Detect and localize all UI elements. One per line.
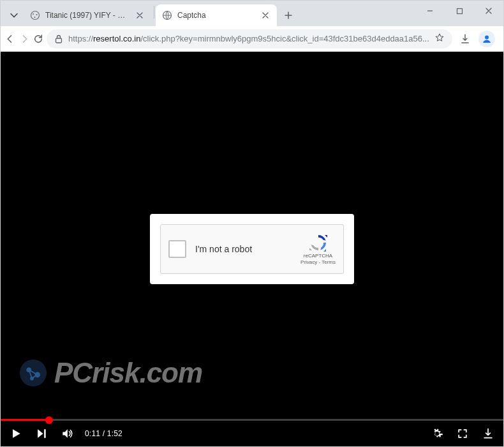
fullscreen-button[interactable] xyxy=(455,426,470,441)
recaptcha-logo-icon xyxy=(308,232,329,253)
download-icon xyxy=(482,427,494,440)
recaptcha-privacy-terms[interactable]: Privacy - Terms xyxy=(300,259,336,266)
avatar-icon xyxy=(478,31,495,47)
svg-point-16 xyxy=(34,372,40,378)
next-button[interactable] xyxy=(34,426,49,441)
watermark-text: PCrisk.com xyxy=(54,357,202,389)
star-icon xyxy=(434,33,445,43)
tab-titanic[interactable]: Titanic (1997) YIFY - Download xyxy=(24,4,151,26)
play-button[interactable] xyxy=(8,426,24,441)
page-content: I'm not a robot reCAPTCHA Privacy - Term… xyxy=(1,52,503,446)
video-control-bar: 0:11 / 1:52 xyxy=(1,421,503,446)
tab-title: Titanic (1997) YIFY - Download xyxy=(45,11,130,20)
reload-icon xyxy=(33,33,44,45)
svg-point-1 xyxy=(33,13,34,15)
download-video-button[interactable] xyxy=(480,426,496,441)
svg-marker-12 xyxy=(323,249,326,252)
volume-button[interactable] xyxy=(59,426,75,441)
settings-button[interactable] xyxy=(429,426,445,441)
favicon-globe-dots-icon xyxy=(30,10,40,20)
tab-close-button[interactable] xyxy=(135,10,145,20)
tab-captcha[interactable]: Captcha xyxy=(156,4,277,26)
window-minimize-button[interactable] xyxy=(415,1,445,21)
svg-point-15 xyxy=(26,367,31,372)
nav-forward-button[interactable] xyxy=(19,29,30,49)
toolbar-right xyxy=(455,29,504,49)
profile-button[interactable] xyxy=(477,29,497,49)
close-icon xyxy=(137,12,143,19)
svg-point-17 xyxy=(30,377,34,381)
tab-separator xyxy=(154,6,154,19)
svg-marker-13 xyxy=(309,248,312,250)
video-time: 0:11 / 1:52 xyxy=(85,429,122,438)
gear-icon xyxy=(431,427,443,440)
url-text: https://resertol.co.in/click.php?key=mir… xyxy=(68,34,429,43)
volume-icon xyxy=(61,427,73,440)
arrow-right-icon xyxy=(19,33,30,45)
svg-point-7 xyxy=(485,35,489,39)
address-bar[interactable]: https://resertol.co.in/click.php?key=mir… xyxy=(47,29,452,49)
chevron-down-icon xyxy=(10,11,18,19)
window-controls xyxy=(415,1,503,26)
downloads-button[interactable] xyxy=(455,29,475,49)
recaptcha-brand-text: reCAPTCHA xyxy=(304,253,332,259)
kebab-menu-button[interactable] xyxy=(498,29,504,49)
toolbar: https://resertol.co.in/click.php?key=mir… xyxy=(1,26,503,52)
recaptcha-label: I'm not a robot xyxy=(195,244,292,254)
nav-reload-button[interactable] xyxy=(33,29,44,49)
svg-rect-5 xyxy=(457,8,462,13)
svg-point-3 xyxy=(34,17,36,18)
window-close-button[interactable] xyxy=(474,1,503,21)
next-icon xyxy=(35,427,48,440)
tab-close-button[interactable] xyxy=(260,10,271,20)
close-icon xyxy=(485,7,493,15)
captcha-card: I'm not a robot reCAPTCHA Privacy - Term… xyxy=(150,214,354,284)
video-time-duration: 1:52 xyxy=(107,429,122,438)
fullscreen-icon xyxy=(456,427,469,440)
video-time-current: 0:11 xyxy=(85,429,100,438)
recaptcha-checkbox[interactable] xyxy=(168,240,186,258)
svg-rect-6 xyxy=(56,38,62,43)
bookmark-button[interactable] xyxy=(434,33,445,45)
watermark: PCrisk.com xyxy=(19,357,202,389)
tab-title: Captcha xyxy=(177,11,255,20)
minimize-icon xyxy=(426,7,434,15)
arrow-left-icon xyxy=(4,33,16,45)
svg-point-0 xyxy=(31,11,40,20)
watermark-shield-icon xyxy=(19,358,48,388)
download-icon xyxy=(459,33,471,45)
nav-back-button[interactable] xyxy=(4,29,16,49)
close-icon xyxy=(262,12,269,19)
play-icon xyxy=(10,427,22,440)
plus-icon xyxy=(285,11,292,19)
favicon-globe-icon xyxy=(162,10,172,20)
tab-strip: Titanic (1997) YIFY - Download Captcha xyxy=(1,1,503,26)
url-path: /click.php?key=mirmnbwly6pgm9s5hcic&clic… xyxy=(140,34,429,43)
window-maximize-button[interactable] xyxy=(445,1,474,21)
svg-point-14 xyxy=(20,360,47,386)
maximize-icon xyxy=(456,8,463,15)
recaptcha-widget: I'm not a robot reCAPTCHA Privacy - Term… xyxy=(160,224,344,274)
svg-marker-11 xyxy=(325,235,327,238)
browser-window: Titanic (1997) YIFY - Download Captcha xyxy=(0,0,504,447)
recaptcha-brand: reCAPTCHA Privacy - Terms xyxy=(300,232,336,265)
tab-search-button[interactable] xyxy=(4,4,24,26)
url-scheme: https:// xyxy=(68,34,93,43)
url-host: resertol.co.in xyxy=(93,34,140,43)
new-tab-button[interactable] xyxy=(279,6,297,24)
lock-icon xyxy=(54,34,63,43)
svg-point-2 xyxy=(36,14,38,15)
